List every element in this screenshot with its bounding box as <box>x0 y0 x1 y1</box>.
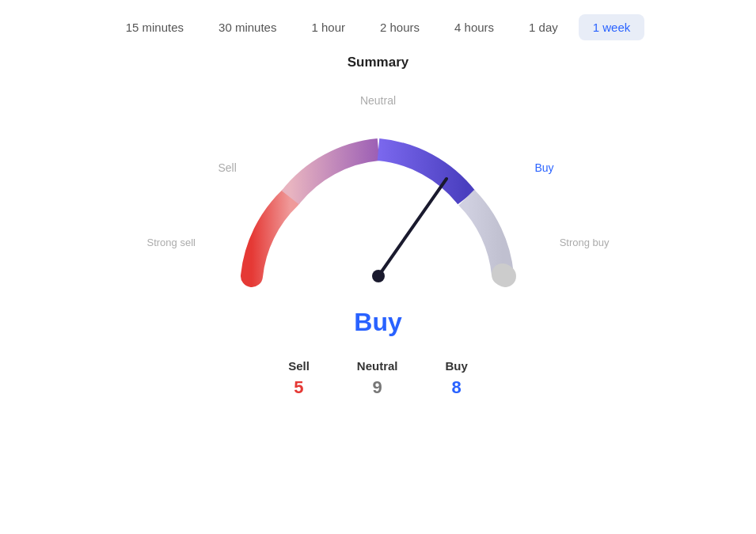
tab-30min[interactable]: 30 minutes <box>204 14 291 40</box>
tab-1week[interactable]: 1 week <box>579 14 645 40</box>
tab-2hours[interactable]: 2 hours <box>366 14 434 40</box>
stat-neutral: Neutral 9 <box>357 359 398 398</box>
time-tabs: 15 minutes 30 minutes 1 hour 2 hours 4 h… <box>0 0 756 55</box>
stat-sell-label: Sell <box>288 359 310 373</box>
signal-result: Buy <box>354 308 401 337</box>
stat-buy-value: 8 <box>452 377 462 398</box>
tab-15min[interactable]: 15 minutes <box>112 14 198 40</box>
gauge-svg <box>220 118 537 292</box>
svg-line-0 <box>378 179 446 276</box>
tab-1hour[interactable]: 1 hour <box>297 14 359 40</box>
stat-sell-value: 5 <box>294 377 303 398</box>
label-neutral: Neutral <box>360 94 396 107</box>
stat-neutral-label: Neutral <box>357 359 398 373</box>
stat-sell: Sell 5 <box>288 359 310 398</box>
stat-buy-label: Buy <box>446 359 468 373</box>
label-strong-buy: Strong buy <box>560 237 610 248</box>
tab-1day[interactable]: 1 day <box>515 14 572 40</box>
gauge-wrapper: Neutral Sell Buy Strong sell Strong buy <box>133 78 624 300</box>
label-strong-sell: Strong sell <box>147 237 196 248</box>
stat-neutral-value: 9 <box>373 377 382 398</box>
stats-row: Sell 5 Neutral 9 Buy 8 <box>288 359 468 398</box>
stat-buy: Buy 8 <box>446 359 468 398</box>
summary-title: Summary <box>348 55 408 70</box>
label-buy: Buy <box>534 161 553 174</box>
svg-point-1 <box>372 270 385 282</box>
tab-4hours[interactable]: 4 hours <box>440 14 508 40</box>
